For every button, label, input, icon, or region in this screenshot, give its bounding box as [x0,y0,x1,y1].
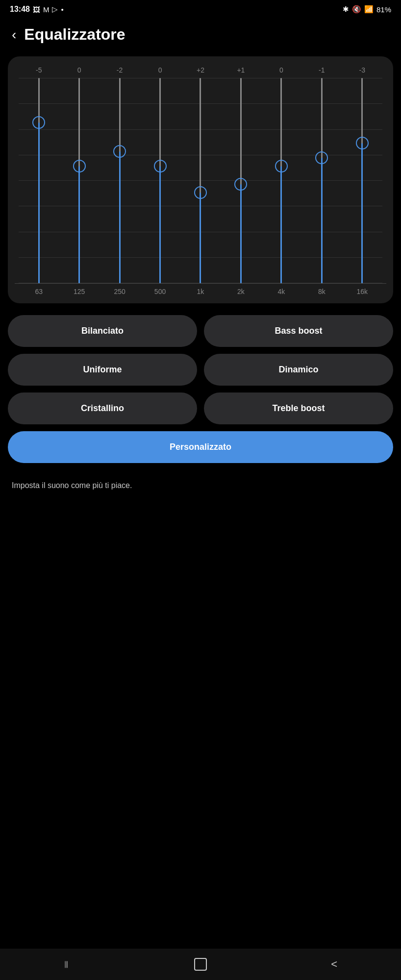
slider-thumb-63[interactable] [32,116,45,129]
header: ‹ Equalizzatore [0,17,401,51]
slider-thumb-8k[interactable] [315,151,328,164]
nav-back-button[interactable] [322,955,347,974]
description-text: Imposta il suono come più ti piace. [0,470,401,501]
slider-line-active [240,184,242,283]
presets-row-3: Cristallino Treble boost [8,392,393,424]
send-icon: ▷ [52,5,58,14]
presets-row-4: Personalizzato [8,431,393,463]
status-bar: 13:48 🖼 M ▷ • ✱ 🔇 📶 81% [0,0,401,17]
status-left: 13:48 🖼 M ▷ • [10,5,64,14]
slider-thumb-16k[interactable] [356,137,369,149]
eq-slider-16k[interactable] [351,78,373,283]
mail-icon: M [43,5,50,14]
eq-value-4k: 0 [271,66,292,74]
presets-row-1: Bilanciato Bass boost [8,315,393,347]
eq-freq-4k: 4k [271,288,292,295]
slider-thumb-2k[interactable] [234,178,247,191]
eq-freq-500: 500 [150,288,171,295]
slider-thumb-250[interactable] [113,145,126,158]
eq-value-1k: +2 [190,66,211,74]
slider-line-active [78,166,80,283]
preset-personalizzato[interactable]: Personalizzato [8,431,393,463]
eq-value-2k: +1 [230,66,251,74]
eq-freq-2k: 2k [230,288,251,295]
eq-value-250: -2 [109,66,130,74]
eq-value-8k: -1 [311,66,332,74]
preset-bass-boost[interactable]: Bass boost [204,315,393,347]
eq-slider-8k[interactable] [311,78,332,283]
home-button[interactable] [188,955,213,974]
photo-icon: 🖼 [33,5,40,14]
presets-section: Bilanciato Bass boost Uniforme Dinamico … [0,315,401,463]
eq-value-500: 0 [150,66,171,74]
presets-row-2: Uniforme Dinamico [8,354,393,386]
eq-slider-1k[interactable] [190,78,211,283]
slider-thumb-4k[interactable] [275,160,288,172]
mute-icon: 🔇 [352,5,361,14]
slider-line-active [321,158,323,283]
battery-label: 81% [376,5,391,14]
preset-treble-boost[interactable]: Treble boost [204,392,393,424]
bluetooth-icon: ✱ [343,5,349,14]
slider-line-active [200,193,201,283]
preset-cristallino[interactable]: Cristallino [8,392,197,424]
eq-freq-125: 125 [69,288,90,295]
recent-apps-button[interactable] [54,955,79,974]
eq-freq-1k: 1k [190,288,211,295]
eq-freq-labels: 631252505001k2k4k8k16k [15,284,386,295]
eq-slider-125[interactable] [69,78,90,283]
equalizer-card: -50-20+2+10-1-3 631252505001k2k4k8k16k [8,56,393,303]
slider-line-active [361,143,363,283]
bottom-navigation [0,949,401,980]
slider-line-active [159,166,161,283]
eq-freq-63: 63 [28,288,50,295]
eq-slider-63[interactable] [28,78,50,283]
eq-slider-500[interactable] [150,78,171,283]
eq-chart [15,78,386,284]
eq-freq-250: 250 [109,288,130,295]
preset-dinamico[interactable]: Dinamico [204,354,393,386]
dot-indicator: • [61,5,63,14]
eq-slider-4k[interactable] [271,78,292,283]
page-title: Equalizzatore [24,25,125,44]
status-right: ✱ 🔇 📶 81% [343,5,391,14]
eq-slider-2k[interactable] [230,78,251,283]
eq-value-125: 0 [69,66,90,74]
eq-slider-250[interactable] [109,78,130,283]
eq-values-row: -50-20+2+10-1-3 [15,66,386,74]
eq-sliders [19,78,382,283]
back-button[interactable]: ‹ [12,28,16,42]
eq-freq-16k: 16k [351,288,373,295]
slider-line-active [38,122,40,283]
slider-line-active [119,151,121,283]
eq-value-63: -5 [28,66,50,74]
eq-freq-8k: 8k [311,288,332,295]
slider-thumb-500[interactable] [154,160,167,172]
signal-icon: 📶 [364,5,374,14]
slider-line-active [280,166,282,283]
preset-uniforme[interactable]: Uniforme [8,354,197,386]
slider-thumb-1k[interactable] [194,186,207,199]
status-time: 13:48 [10,5,30,14]
eq-value-16k: -3 [351,66,373,74]
slider-thumb-125[interactable] [73,160,86,172]
preset-bilanciato[interactable]: Bilanciato [8,315,197,347]
